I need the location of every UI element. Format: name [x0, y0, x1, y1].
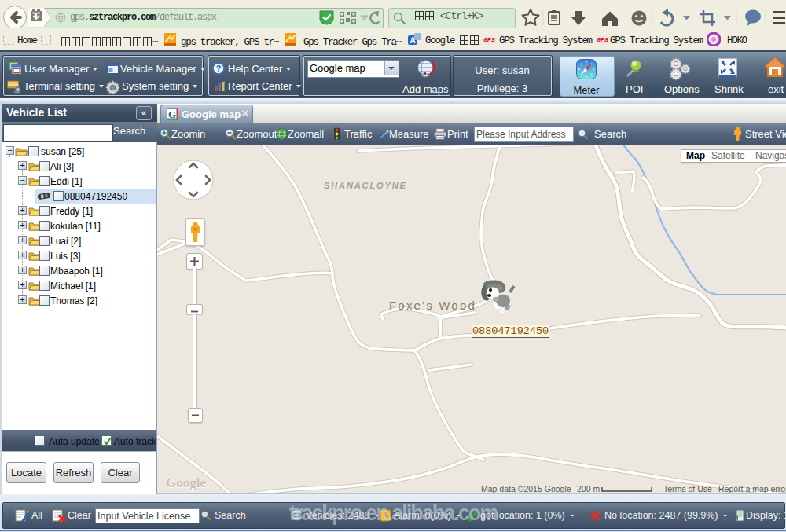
svg-text:G: G: [168, 108, 176, 120]
svg-text:Report a map error: Report a map error: [718, 484, 786, 493]
svg-text:Map data ©2015 Google: Map data ©2015 Google: [481, 484, 571, 493]
svg-text:Foxe's Wood: Foxe's Wood: [389, 299, 476, 312]
svg-text:200 m: 200 m: [577, 484, 600, 493]
svg-text:Google: Google: [166, 475, 206, 490]
svg-text:?: ?: [216, 64, 222, 73]
svg-text:SHANACLOYNE: SHANACLOYNE: [324, 181, 407, 190]
svg-text:Terms of Use: Terms of Use: [663, 484, 712, 493]
